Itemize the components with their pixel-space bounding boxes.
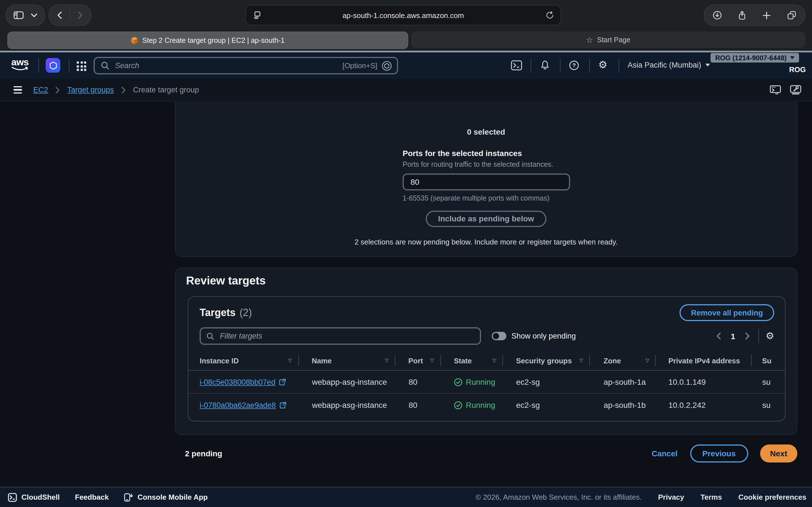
search-icon	[101, 61, 109, 70]
reload-icon[interactable]	[546, 11, 554, 19]
page-format-icon[interactable]	[253, 11, 262, 19]
forward-icon[interactable]	[78, 11, 83, 19]
services-grid-icon[interactable]	[77, 61, 86, 71]
cloudshell-icon	[8, 493, 17, 502]
star-icon: ☆	[586, 36, 593, 44]
amazon-q-icon[interactable]	[46, 58, 60, 73]
account-badge[interactable]: ROG (1214-9007-6448)	[711, 53, 799, 62]
region-selector[interactable]: Asia Pacific (Mumbai)	[627, 61, 710, 69]
remove-all-pending-button[interactable]: Remove all pending	[680, 304, 774, 321]
wizard-actions: 2 pending Cancel Previous Next	[175, 445, 797, 462]
caret-down-icon	[790, 56, 795, 59]
back-icon[interactable]	[57, 11, 62, 19]
targets-count: (2)	[239, 307, 252, 319]
sort-icon[interactable]: ▽	[579, 358, 583, 363]
column-header-zone[interactable]: Zone▽	[590, 351, 656, 370]
sidebar-toggle-group[interactable]	[6, 4, 45, 26]
tab-active[interactable]: Step 2 Create target group | EC2 | ap-so…	[7, 32, 408, 49]
search-shortcut: [Option+S]	[342, 61, 377, 70]
tools-panel-icon[interactable]	[790, 85, 801, 95]
header-divider	[69, 59, 69, 73]
review-targets-card: Review targets Targets (2) Remove all pe…	[175, 268, 797, 435]
column-header-instance-id[interactable]: Instance ID▽	[188, 351, 299, 370]
port-cell: 80	[396, 378, 441, 386]
name-cell: webapp-asg-instance	[299, 378, 396, 386]
table-settings-gear-icon[interactable]: ⚙	[766, 331, 774, 341]
new-tab-icon[interactable]	[762, 11, 771, 19]
filter-targets-input[interactable]	[219, 331, 480, 341]
footer-feedback[interactable]: Feedback	[75, 493, 109, 501]
column-header-private-ipv4[interactable]: Private IPv4 address	[656, 351, 752, 370]
filter-targets-box[interactable]	[200, 327, 481, 345]
cloudshell-icon[interactable]	[511, 60, 522, 70]
page-next-icon[interactable]	[744, 331, 751, 341]
previous-button[interactable]: Previous	[690, 445, 748, 462]
zone-cell: ap-south-1b	[590, 400, 656, 409]
ec2-favicon	[131, 36, 139, 44]
external-link-icon	[279, 401, 287, 409]
targets-panel: Targets (2) Remove all pending Show only…	[188, 296, 785, 421]
column-header-name[interactable]: Name▽	[299, 351, 395, 370]
sort-icon[interactable]: ▽	[385, 358, 389, 363]
ports-form: Ports for the selected instances Ports f…	[403, 149, 570, 202]
sort-icon[interactable]: ▽	[645, 358, 649, 363]
sidebar-icon[interactable]	[13, 11, 24, 19]
header-divider	[619, 59, 619, 73]
column-header-subnet[interactable]: Su	[752, 351, 785, 370]
breadcrumb-ec2[interactable]: EC2	[33, 86, 48, 94]
downloads-icon[interactable]	[713, 11, 722, 20]
sort-icon[interactable]: ▽	[492, 358, 496, 363]
breadcrumb-chevron-icon	[56, 87, 60, 93]
footer-cloudshell[interactable]: CloudShell	[8, 493, 60, 502]
settings-gear-icon[interactable]: ⚙	[598, 60, 607, 70]
pending-summary: 2 pending	[185, 449, 222, 458]
notifications-bell-icon[interactable]	[540, 60, 550, 70]
column-header-security-groups[interactable]: Security groups▽	[503, 351, 590, 370]
share-icon[interactable]	[738, 10, 746, 20]
sort-icon[interactable]: ▽	[288, 358, 292, 363]
privacy-link[interactable]: Privacy	[658, 493, 684, 501]
toggle-label: Show only pending	[511, 332, 576, 340]
show-only-pending-toggle[interactable]	[492, 332, 506, 340]
name-cell: webapp-asg-instance	[299, 400, 396, 409]
menu-hamburger-icon[interactable]	[13, 86, 22, 93]
sort-icon[interactable]: ▽	[430, 358, 434, 363]
tab-title: Start Page	[597, 36, 630, 44]
cancel-button[interactable]: Cancel	[652, 449, 677, 458]
tab-start-page[interactable]: ☆ Start Page	[411, 32, 805, 48]
breadcrumb-bar: EC2 Target groups Create target group	[0, 79, 812, 101]
ports-input[interactable]	[403, 173, 570, 190]
next-button[interactable]: Next	[760, 445, 797, 462]
chevron-down-icon[interactable]	[31, 13, 37, 17]
cookie-preferences-link[interactable]: Cookie preferences	[739, 493, 806, 501]
instance-link[interactable]: i-0780a0ba62ae9ade8	[200, 401, 287, 409]
column-header-state[interactable]: State▽	[441, 351, 503, 370]
breadcrumb-target-groups[interactable]: Target groups	[67, 86, 114, 94]
url-text: ap-south-1.console.aws.amazon.com	[343, 11, 464, 19]
footer-mobile-app[interactable]: Console Mobile App	[124, 493, 208, 502]
breadcrumb-current: Create target group	[133, 86, 199, 94]
search-input[interactable]	[114, 61, 342, 70]
help-icon[interactable]: ?	[569, 60, 579, 70]
tab-overview-icon[interactable]	[787, 11, 796, 20]
pagination: 1 ⚙	[715, 329, 774, 343]
tab-strip: Step 2 Create target group | EC2 | ap-so…	[0, 30, 812, 51]
browser-toolbar: ap-south-1.console.aws.amazon.com	[0, 0, 812, 30]
cloudshell-panel-icon[interactable]	[770, 85, 781, 95]
instance-link[interactable]: i-08c5e038008bb07ed	[200, 378, 286, 386]
page-previous-icon[interactable]	[715, 331, 722, 341]
svg-text:?: ?	[572, 62, 576, 68]
console-search[interactable]: [Option+S]	[94, 57, 398, 74]
page-number[interactable]: 1	[731, 332, 735, 341]
nav-divider	[70, 10, 70, 21]
include-as-pending-button[interactable]: Include as pending below	[426, 211, 547, 227]
ports-description: Ports for routing traffic to the selecte…	[403, 161, 570, 168]
aws-logo[interactable]: aws	[11, 57, 29, 71]
caret-down-icon	[705, 64, 710, 66]
account-name: ROG	[789, 65, 806, 74]
private-ip-cell: 10.0.2.242	[656, 400, 752, 409]
column-header-port[interactable]: Port▽	[395, 351, 441, 370]
terms-link[interactable]: Terms	[701, 493, 722, 501]
address-bar[interactable]: ap-south-1.console.aws.amazon.com	[245, 5, 561, 25]
security-group-cell: ec2-sg	[503, 400, 590, 409]
